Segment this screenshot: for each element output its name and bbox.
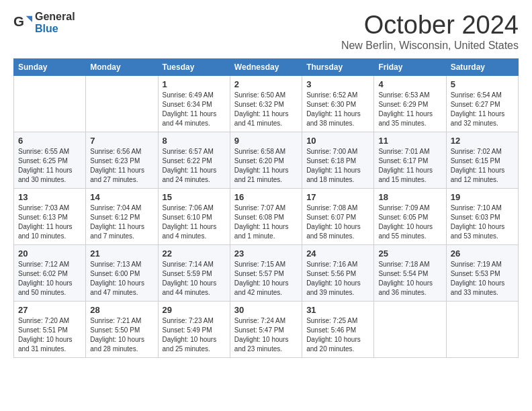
day-info: Sunrise: 6:52 AM Sunset: 6:30 PM Dayligh… (306, 91, 369, 128)
month-title: October 2024 (341, 11, 519, 40)
calendar-cell: 6Sunrise: 6:55 AM Sunset: 6:25 PM Daylig… (14, 132, 86, 189)
calendar-cell: 16Sunrise: 7:07 AM Sunset: 6:08 PM Dayli… (230, 189, 302, 245)
logo: G General Blue (13, 11, 75, 34)
calendar-cell: 21Sunrise: 7:13 AM Sunset: 6:00 PM Dayli… (86, 245, 158, 302)
calendar-week-4: 20Sunrise: 7:12 AM Sunset: 6:02 PM Dayli… (14, 245, 519, 302)
day-info: Sunrise: 7:02 AM Sunset: 6:15 PM Dayligh… (451, 147, 514, 185)
header-sunday: Sunday (14, 59, 86, 76)
day-number: 31 (306, 305, 369, 315)
location-subtitle: New Berlin, Wisconsin, United States (341, 40, 519, 52)
day-info: Sunrise: 7:14 AM Sunset: 5:59 PM Dayligh… (163, 260, 226, 298)
day-number: 25 (378, 248, 441, 259)
day-info: Sunrise: 7:04 AM Sunset: 6:12 PM Dayligh… (90, 203, 153, 241)
day-info: Sunrise: 7:10 AM Sunset: 6:03 PM Dayligh… (451, 203, 514, 241)
day-number: 18 (378, 192, 441, 202)
day-info: Sunrise: 7:21 AM Sunset: 5:50 PM Dayligh… (90, 316, 153, 354)
calendar-cell (374, 302, 446, 358)
calendar-cell: 9Sunrise: 6:58 AM Sunset: 6:20 PM Daylig… (230, 132, 302, 189)
day-number: 21 (90, 248, 153, 259)
calendar-cell: 18Sunrise: 7:09 AM Sunset: 6:05 PM Dayli… (374, 189, 446, 245)
day-number: 12 (451, 136, 514, 146)
day-number: 27 (18, 305, 81, 315)
calendar-week-2: 6Sunrise: 6:55 AM Sunset: 6:25 PM Daylig… (14, 132, 519, 189)
day-number: 28 (90, 305, 153, 315)
calendar-cell: 20Sunrise: 7:12 AM Sunset: 6:02 PM Dayli… (14, 245, 86, 302)
calendar-cell: 10Sunrise: 7:00 AM Sunset: 6:18 PM Dayli… (302, 132, 374, 189)
day-number: 1 (163, 79, 226, 89)
logo-general: General (35, 11, 75, 23)
day-info: Sunrise: 7:15 AM Sunset: 5:57 PM Dayligh… (234, 260, 298, 298)
day-number: 19 (451, 192, 514, 202)
page-header: G General Blue October 2024 New Berlin, … (13, 11, 519, 52)
calendar-cell: 25Sunrise: 7:18 AM Sunset: 5:54 PM Dayli… (374, 245, 446, 302)
day-info: Sunrise: 7:12 AM Sunset: 6:02 PM Dayligh… (18, 260, 81, 298)
day-number: 24 (306, 248, 369, 259)
header-tuesday: Tuesday (158, 59, 230, 76)
day-number: 11 (378, 136, 441, 146)
day-number: 9 (234, 136, 298, 146)
day-info: Sunrise: 7:06 AM Sunset: 6:10 PM Dayligh… (163, 203, 226, 241)
day-info: Sunrise: 7:13 AM Sunset: 6:00 PM Dayligh… (90, 260, 153, 298)
calendar-cell: 22Sunrise: 7:14 AM Sunset: 5:59 PM Dayli… (158, 245, 230, 302)
day-info: Sunrise: 6:54 AM Sunset: 6:27 PM Dayligh… (451, 91, 514, 128)
logo-icon: G (13, 13, 32, 32)
day-number: 8 (163, 136, 226, 146)
day-info: Sunrise: 6:55 AM Sunset: 6:25 PM Dayligh… (18, 147, 81, 185)
calendar-cell: 24Sunrise: 7:16 AM Sunset: 5:56 PM Dayli… (302, 245, 374, 302)
calendar-cell: 26Sunrise: 7:19 AM Sunset: 5:53 PM Dayli… (446, 245, 518, 302)
day-info: Sunrise: 7:19 AM Sunset: 5:53 PM Dayligh… (451, 260, 514, 298)
day-info: Sunrise: 6:53 AM Sunset: 6:29 PM Dayligh… (378, 91, 441, 128)
day-number: 4 (378, 79, 441, 89)
header-thursday: Thursday (302, 59, 374, 76)
logo-blue: Blue (35, 23, 75, 35)
header-wednesday: Wednesday (230, 59, 302, 76)
day-number: 2 (234, 79, 298, 89)
day-number: 6 (18, 136, 81, 146)
svg-marker-1 (26, 15, 32, 21)
day-info: Sunrise: 6:49 AM Sunset: 6:34 PM Dayligh… (163, 91, 226, 128)
day-number: 26 (451, 248, 514, 259)
calendar-cell: 5Sunrise: 6:54 AM Sunset: 6:27 PM Daylig… (446, 76, 518, 132)
day-info: Sunrise: 6:57 AM Sunset: 6:22 PM Dayligh… (163, 147, 226, 185)
day-number: 23 (234, 248, 298, 259)
calendar-cell: 13Sunrise: 7:03 AM Sunset: 6:13 PM Dayli… (14, 189, 86, 245)
day-info: Sunrise: 7:16 AM Sunset: 5:56 PM Dayligh… (306, 260, 369, 298)
calendar-cell: 8Sunrise: 6:57 AM Sunset: 6:22 PM Daylig… (158, 132, 230, 189)
calendar-cell: 30Sunrise: 7:24 AM Sunset: 5:47 PM Dayli… (230, 302, 302, 358)
day-info: Sunrise: 7:23 AM Sunset: 5:49 PM Dayligh… (163, 316, 226, 354)
day-number: 10 (306, 136, 369, 146)
logo-text: General Blue (35, 11, 75, 34)
calendar-cell: 15Sunrise: 7:06 AM Sunset: 6:10 PM Dayli… (158, 189, 230, 245)
day-number: 30 (234, 305, 298, 315)
day-number: 17 (306, 192, 369, 202)
day-info: Sunrise: 6:56 AM Sunset: 6:23 PM Dayligh… (90, 147, 153, 185)
calendar-cell: 4Sunrise: 6:53 AM Sunset: 6:29 PM Daylig… (374, 76, 446, 132)
calendar-week-1: 1Sunrise: 6:49 AM Sunset: 6:34 PM Daylig… (14, 76, 519, 132)
calendar-cell (446, 302, 518, 358)
day-number: 13 (18, 192, 81, 202)
day-number: 5 (451, 79, 514, 89)
title-block: October 2024 New Berlin, Wisconsin, Unit… (341, 11, 519, 52)
calendar-cell: 2Sunrise: 6:50 AM Sunset: 6:32 PM Daylig… (230, 76, 302, 132)
calendar-week-5: 27Sunrise: 7:20 AM Sunset: 5:51 PM Dayli… (14, 302, 519, 358)
calendar-cell (86, 76, 158, 132)
day-info: Sunrise: 6:50 AM Sunset: 6:32 PM Dayligh… (234, 91, 298, 128)
day-info: Sunrise: 7:25 AM Sunset: 5:46 PM Dayligh… (306, 316, 369, 354)
calendar-cell: 27Sunrise: 7:20 AM Sunset: 5:51 PM Dayli… (14, 302, 86, 358)
calendar-week-3: 13Sunrise: 7:03 AM Sunset: 6:13 PM Dayli… (14, 189, 519, 245)
calendar-table: SundayMondayTuesdayWednesdayThursdayFrid… (13, 58, 519, 358)
calendar-header-row: SundayMondayTuesdayWednesdayThursdayFrid… (14, 59, 519, 76)
calendar-cell: 11Sunrise: 7:01 AM Sunset: 6:17 PM Dayli… (374, 132, 446, 189)
day-number: 16 (234, 192, 298, 202)
day-number: 22 (163, 248, 226, 259)
day-info: Sunrise: 7:07 AM Sunset: 6:08 PM Dayligh… (234, 203, 298, 241)
calendar-cell: 31Sunrise: 7:25 AM Sunset: 5:46 PM Dayli… (302, 302, 374, 358)
day-info: Sunrise: 7:09 AM Sunset: 6:05 PM Dayligh… (378, 203, 441, 241)
calendar-cell: 28Sunrise: 7:21 AM Sunset: 5:50 PM Dayli… (86, 302, 158, 358)
day-number: 20 (18, 248, 81, 259)
header-monday: Monday (86, 59, 158, 76)
day-number: 3 (306, 79, 369, 89)
day-info: Sunrise: 7:18 AM Sunset: 5:54 PM Dayligh… (378, 260, 441, 298)
day-number: 14 (90, 192, 153, 202)
calendar-cell: 1Sunrise: 6:49 AM Sunset: 6:34 PM Daylig… (158, 76, 230, 132)
